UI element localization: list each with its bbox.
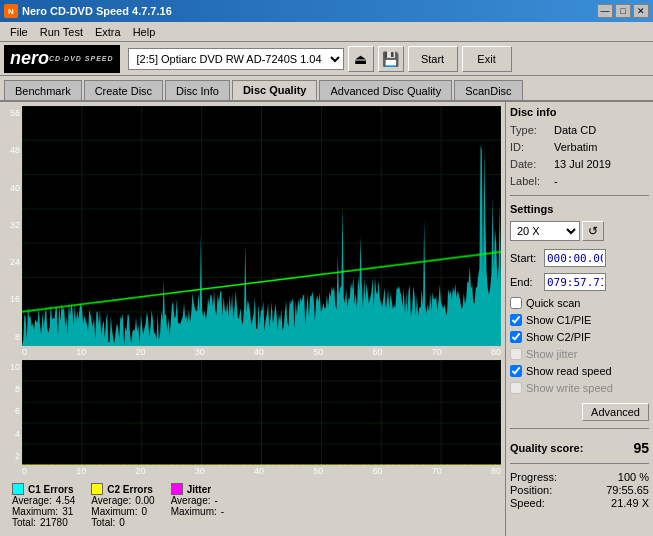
show-write-speed-checkbox[interactable] xyxy=(510,382,522,394)
window-controls: — □ ✕ xyxy=(597,4,649,18)
menu-help[interactable]: Help xyxy=(127,24,162,40)
close-button[interactable]: ✕ xyxy=(633,4,649,18)
jitter-max-value: - xyxy=(221,506,224,517)
id-label: ID: xyxy=(510,141,550,153)
type-label: Type: xyxy=(510,124,550,136)
type-value: Data CD xyxy=(554,124,596,136)
lower-chart-canvas xyxy=(22,360,501,465)
legend-jitter: Jitter Average:- Maximum:- xyxy=(171,483,224,528)
c1-max-value: 31 xyxy=(62,506,73,517)
title-text: Nero CD-DVD Speed 4.7.7.16 xyxy=(22,5,172,17)
exit-button[interactable]: Exit xyxy=(462,46,512,72)
quality-score: 95 xyxy=(633,440,649,456)
c2-max-value: 0 xyxy=(141,506,147,517)
c1-total-label: Total: xyxy=(12,517,36,528)
speed-select[interactable]: 20 X 4 X 8 X 16 X Max xyxy=(510,221,580,241)
advanced-button[interactable]: Advanced xyxy=(582,403,649,421)
legend: C1 Errors Average:4.54 Maximum:31 Total:… xyxy=(4,479,501,532)
show-write-speed-label: Show write speed xyxy=(526,382,613,394)
quick-scan-checkbox[interactable] xyxy=(510,297,522,309)
show-read-speed-label: Show read speed xyxy=(526,365,612,377)
upper-x-axis: 01020304050607080 xyxy=(22,346,501,358)
tab-create-disc[interactable]: Create Disc xyxy=(84,80,163,100)
c2-avg-value: 0.00 xyxy=(135,495,154,506)
chart-area: 5648403224168 01020304050607080 108642 0… xyxy=(0,102,505,536)
c1-total-value: 21780 xyxy=(40,517,68,528)
speed-label: Speed: xyxy=(510,497,545,509)
upper-y-axis: 5648403224168 xyxy=(4,106,22,358)
tab-disc-info[interactable]: Disc Info xyxy=(165,80,230,100)
end-label: End: xyxy=(510,276,540,288)
c1-color-swatch xyxy=(12,483,24,495)
c1-label: C1 Errors xyxy=(28,484,74,495)
menu-extra[interactable]: Extra xyxy=(89,24,127,40)
position-label: Position: xyxy=(510,484,552,496)
show-jitter-checkbox[interactable] xyxy=(510,348,522,360)
menu-file[interactable]: File xyxy=(4,24,34,40)
progress-section: Progress: 100 % Position: 79:55.65 Speed… xyxy=(510,471,649,510)
titlebar: N Nero CD-DVD Speed 4.7.7.16 — □ ✕ xyxy=(0,0,653,22)
c2-total-label: Total: xyxy=(91,517,115,528)
speed-value: 21.49 X xyxy=(611,497,649,509)
show-jitter-label: Show jitter xyxy=(526,348,577,360)
tab-scandisc[interactable]: ScanDisc xyxy=(454,80,522,100)
app-icon: N xyxy=(4,4,18,18)
id-value: Verbatim xyxy=(554,141,597,153)
start-label: Start: xyxy=(510,252,540,264)
legend-c1: C1 Errors Average:4.54 Maximum:31 Total:… xyxy=(12,483,75,528)
c1-max-label: Maximum: xyxy=(12,506,58,517)
quality-label: Quality score: xyxy=(510,442,583,454)
lower-y-axis: 108642 xyxy=(4,360,22,477)
progress-label: Progress: xyxy=(510,471,557,483)
legend-c2: C2 Errors Average:0.00 Maximum:0 Total:0 xyxy=(91,483,154,528)
tab-bar: Benchmark Create Disc Disc Info Disc Qua… xyxy=(0,76,653,102)
tab-benchmark[interactable]: Benchmark xyxy=(4,80,82,100)
end-time-input[interactable] xyxy=(544,273,606,291)
date-value: 13 Jul 2019 xyxy=(554,158,611,170)
menubar: File Run Test Extra Help xyxy=(0,22,653,42)
c2-total-value: 0 xyxy=(119,517,125,528)
toolbar: nero CD·DVD SPEED [2:5] Optiarc DVD RW A… xyxy=(0,42,653,76)
eject-button[interactable]: ⏏ xyxy=(348,46,374,72)
upper-chart-canvas xyxy=(22,106,501,346)
settings-title: Settings xyxy=(510,203,649,215)
show-read-speed-checkbox[interactable] xyxy=(510,365,522,377)
show-c2pif-label: Show C2/PIF xyxy=(526,331,591,343)
jitter-label: Jitter xyxy=(187,484,211,495)
nero-logo: nero CD·DVD SPEED xyxy=(4,45,120,73)
position-value: 79:55.65 xyxy=(606,484,649,496)
save-button[interactable]: 💾 xyxy=(378,46,404,72)
quick-scan-label: Quick scan xyxy=(526,297,580,309)
menu-run-test[interactable]: Run Test xyxy=(34,24,89,40)
quality-row: Quality score: 95 xyxy=(510,440,649,456)
label-label: Label: xyxy=(510,175,550,187)
start-button[interactable]: Start xyxy=(408,46,458,72)
label-value: - xyxy=(554,175,558,187)
c2-max-label: Maximum: xyxy=(91,506,137,517)
minimize-button[interactable]: — xyxy=(597,4,613,18)
jitter-max-label: Maximum: xyxy=(171,506,217,517)
jitter-avg-label: Average: xyxy=(171,495,211,506)
tab-advanced-disc-quality[interactable]: Advanced Disc Quality xyxy=(319,80,452,100)
tab-disc-quality[interactable]: Disc Quality xyxy=(232,80,318,100)
maximize-button[interactable]: □ xyxy=(615,4,631,18)
drive-select[interactable]: [2:5] Optiarc DVD RW AD-7240S 1.04 xyxy=(128,48,344,70)
right-panel: Disc info Type: Data CD ID: Verbatim Dat… xyxy=(505,102,653,536)
lower-x-axis: 01020304050607080 xyxy=(22,465,501,477)
show-c2pif-checkbox[interactable] xyxy=(510,331,522,343)
progress-value: 100 % xyxy=(618,471,649,483)
refresh-button[interactable]: ↺ xyxy=(582,221,604,241)
c1-avg-label: Average: xyxy=(12,495,52,506)
start-time-input[interactable] xyxy=(544,249,606,267)
show-c1pie-checkbox[interactable] xyxy=(510,314,522,326)
c2-avg-label: Average: xyxy=(91,495,131,506)
c2-color-swatch xyxy=(91,483,103,495)
jitter-color-swatch xyxy=(171,483,183,495)
c1-avg-value: 4.54 xyxy=(56,495,75,506)
main-content: 5648403224168 01020304050607080 108642 0… xyxy=(0,102,653,536)
date-label: Date: xyxy=(510,158,550,170)
disc-info-title: Disc info xyxy=(510,106,649,118)
jitter-avg-value: - xyxy=(214,495,217,506)
show-c1pie-label: Show C1/PIE xyxy=(526,314,591,326)
c2-label: C2 Errors xyxy=(107,484,153,495)
